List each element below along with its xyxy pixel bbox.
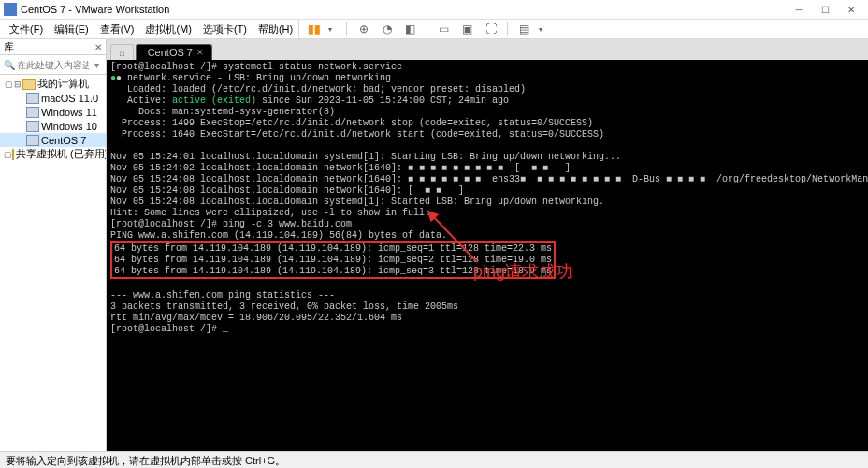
home-icon: ⌂ <box>119 47 125 58</box>
unity-icon[interactable]: ▭ <box>437 22 451 37</box>
tab-vm[interactable]: CentOS 7✕ <box>136 44 212 60</box>
fullscreen-icon[interactable]: ⛶ <box>484 22 498 37</box>
toolbar: ▮▮▾ ⊕ ◔ ◧ ▭ ▣ ⛶ ▤▾ <box>298 20 555 38</box>
dropdown-icon[interactable]: ▾ <box>323 22 337 37</box>
window-title: CentOS 7 - VMware Workstation <box>21 4 786 15</box>
titlebar: CentOS 7 - VMware Workstation ─ ☐ ✕ <box>0 0 868 20</box>
menu-vm[interactable]: 虚拟机(M) <box>139 22 197 37</box>
tree-item[interactable]: Windows 10 <box>0 119 106 133</box>
terminal[interactable]: [root@localhost /]# systemctl status net… <box>107 60 868 451</box>
tab-close-icon[interactable]: ✕ <box>196 48 204 57</box>
tabbar: ⌂ CentOS 7✕ <box>107 39 868 60</box>
menu-file[interactable]: 文件(F) <box>4 22 49 37</box>
tree-item[interactable]: macOS 11.0 <box>0 91 106 105</box>
send-icon[interactable]: ⊕ <box>356 22 370 37</box>
maximize-button[interactable]: ☐ <box>812 1 838 18</box>
tree-shared[interactable]: ▢共享虚拟机 (已弃用) <box>0 147 106 161</box>
tree-item[interactable]: Windows 11 <box>0 105 106 119</box>
search-dropdown-icon[interactable]: ▾ <box>91 60 102 70</box>
tab-home[interactable]: ⌂ <box>110 44 134 60</box>
close-button[interactable]: ✕ <box>838 1 864 18</box>
menu-help[interactable]: 帮助(H) <box>253 22 298 37</box>
search-input[interactable] <box>15 59 91 71</box>
menu-view[interactable]: 查看(V) <box>94 22 140 37</box>
sidebar-title: 库 <box>4 40 14 54</box>
sidebar: 库 ✕ 🔍 ▾ ▢⊟我的计算机 macOS 11.0 Windows 11 Wi… <box>0 39 107 451</box>
status-text: 要将输入定向到该虚拟机，请在虚拟机内部单击或按 Ctrl+G。 <box>6 454 285 468</box>
search-icon: 🔍 <box>4 60 15 70</box>
console-icon[interactable]: ▣ <box>460 22 474 37</box>
view-icon[interactable]: ▤ <box>517 22 531 37</box>
menubar: 文件(F) 编辑(E) 查看(V) 虚拟机(M) 选项卡(T) 帮助(H) ▮▮… <box>0 20 868 39</box>
search-box[interactable]: 🔍 ▾ <box>0 55 106 75</box>
sidebar-header: 库 ✕ <box>0 39 106 55</box>
statusbar: 要将输入定向到该虚拟机，请在虚拟机内部单击或按 Ctrl+G。 <box>0 451 868 468</box>
tree-root[interactable]: ▢⊟我的计算机 <box>0 77 106 91</box>
vm-tree: ▢⊟我的计算机 macOS 11.0 Windows 11 Windows 10… <box>0 75 106 451</box>
content-area: ⌂ CentOS 7✕ [root@localhost /]# systemct… <box>107 39 868 451</box>
tree-item-selected[interactable]: CentOS 7 <box>0 133 106 147</box>
dropdown-icon[interactable]: ▾ <box>533 22 547 37</box>
snapshot-icon[interactable]: ◔ <box>380 22 394 37</box>
sidebar-close-icon[interactable]: ✕ <box>94 42 102 52</box>
ping-highlight: 64 bytes from 14.119.104.189 (14.119.104… <box>110 241 556 279</box>
minimize-button[interactable]: ─ <box>786 1 812 18</box>
capture-icon[interactable]: ◧ <box>403 22 417 37</box>
pause-icon[interactable]: ▮▮ <box>307 22 321 37</box>
menu-tabs[interactable]: 选项卡(T) <box>197 22 253 37</box>
menu-edit[interactable]: 编辑(E) <box>49 22 94 37</box>
app-icon <box>4 3 17 16</box>
